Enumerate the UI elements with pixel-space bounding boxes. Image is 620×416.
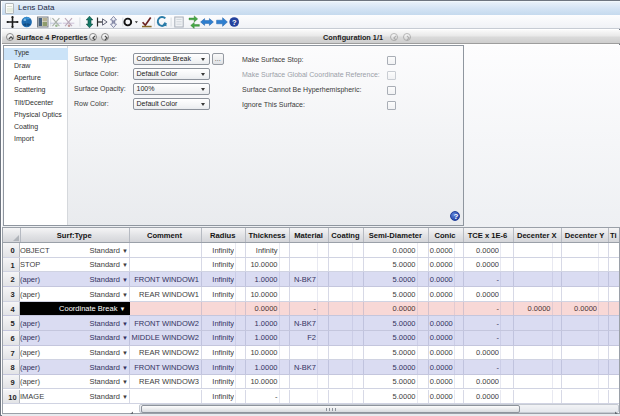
svg-text:?: ?	[232, 18, 237, 27]
